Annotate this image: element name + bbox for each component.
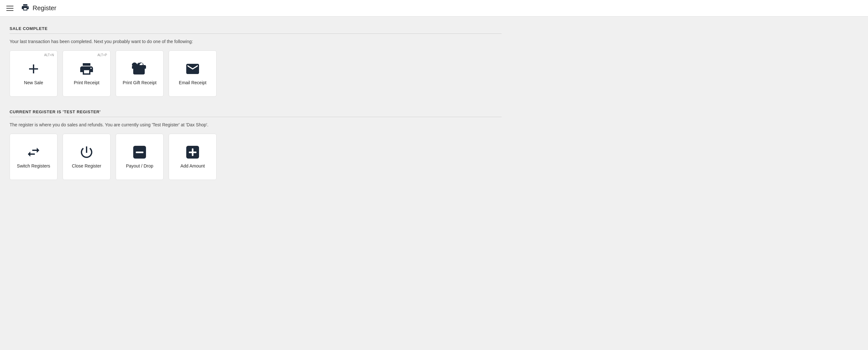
- header-title-wrap: Register: [21, 3, 56, 13]
- sale-complete-description: Your last transaction has been completed…: [9, 39, 502, 44]
- plus-box-icon: [185, 144, 200, 160]
- close-register-label: Close Register: [72, 163, 101, 169]
- email-receipt-label: Email Receipt: [179, 80, 206, 85]
- print-gift-receipt-label: Print Gift Receipt: [123, 80, 157, 85]
- email-icon: [185, 61, 200, 77]
- print-receipt-label: Print Receipt: [74, 80, 99, 85]
- printer-icon: [79, 61, 94, 77]
- new-sale-button[interactable]: ALT+N New Sale: [9, 50, 58, 97]
- close-register-button[interactable]: Close Register: [63, 134, 111, 180]
- menu-icon[interactable]: [5, 4, 15, 12]
- new-sale-label: New Sale: [24, 80, 43, 85]
- main-content: SALE COMPLETE Your last transaction has …: [0, 16, 511, 202]
- print-receipt-shortcut: ALT+P: [97, 53, 107, 57]
- sale-complete-button-grid: ALT+N New Sale ALT+P Print Receipt: [9, 50, 502, 97]
- minus-box-icon: [132, 144, 147, 160]
- sale-complete-title: SALE COMPLETE: [9, 26, 502, 31]
- gift-icon: [132, 61, 147, 77]
- register-section: CURRENT REGISTER IS 'TEST REGISTER' The …: [9, 109, 502, 180]
- svg-rect-1: [136, 151, 144, 153]
- print-receipt-button[interactable]: ALT+P Print Receipt: [63, 50, 111, 97]
- svg-rect-4: [192, 148, 194, 156]
- register-section-title: CURRENT REGISTER IS 'TEST REGISTER': [9, 109, 502, 114]
- register-icon: [21, 3, 29, 13]
- page-title: Register: [33, 4, 56, 12]
- switch-registers-label: Switch Registers: [17, 163, 50, 169]
- register-section-description: The register is where you do sales and r…: [9, 122, 502, 127]
- print-gift-receipt-button[interactable]: Print Gift Receipt: [116, 50, 163, 97]
- email-receipt-button[interactable]: Email Receipt: [169, 50, 217, 97]
- switch-icon: [26, 144, 41, 160]
- power-icon: [79, 144, 94, 160]
- register-button-grid: Switch Registers Close Register: [9, 134, 502, 180]
- add-amount-label: Add Amount: [181, 163, 205, 169]
- register-section-divider: [9, 117, 502, 117]
- add-amount-button[interactable]: Add Amount: [169, 134, 217, 180]
- plus-icon: [26, 61, 41, 77]
- switch-registers-button[interactable]: Switch Registers: [9, 134, 58, 180]
- sale-complete-section: SALE COMPLETE Your last transaction has …: [9, 26, 502, 97]
- payout-drop-button[interactable]: Payout / Drop: [116, 134, 163, 180]
- payout-drop-label: Payout / Drop: [126, 163, 153, 169]
- new-sale-shortcut: ALT+N: [44, 53, 54, 57]
- header: Register: [0, 0, 868, 16]
